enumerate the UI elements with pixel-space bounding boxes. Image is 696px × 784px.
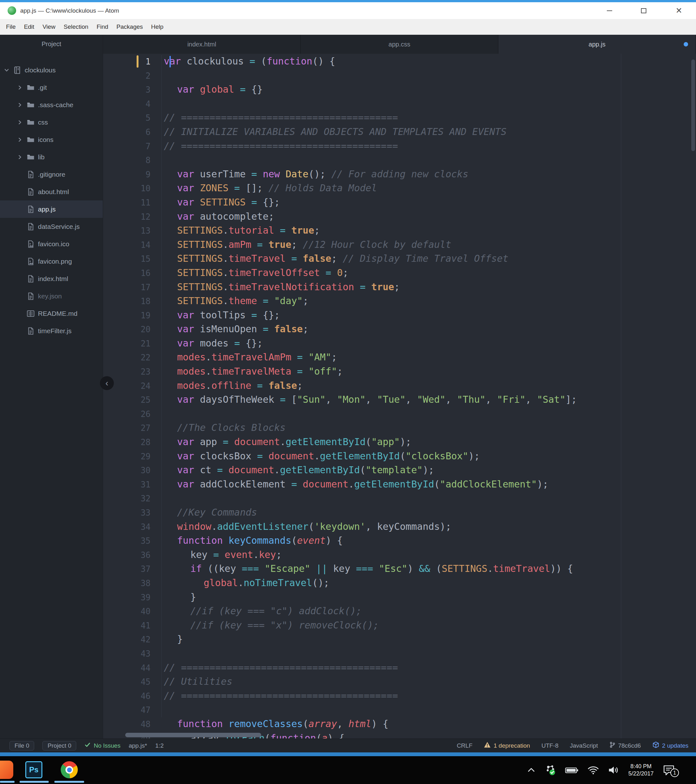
folder-icon [26,136,38,144]
window-bottom-accent [0,753,696,756]
status-utf-8[interactable]: UTF-8 [541,742,558,749]
repo-icon [13,66,25,74]
code-line-29: 29var clocksBox = document.getElementByI… [103,449,696,463]
line-number: 33 [103,506,150,520]
code-line-21: 21var modes = {}; [103,336,696,351]
clock[interactable]: 8:40 PM 5/22/2017 [628,763,654,777]
sidebar-item-gitignore[interactable]: .gitignore [0,166,103,183]
horizontal-scrollbar[interactable] [125,733,261,737]
status-project-0[interactable]: Project 0 [42,741,76,751]
tree-collapse-button[interactable]: ‹ [100,376,114,390]
status-javascript[interactable]: JavaScript [570,742,598,749]
folder-icon [26,101,38,109]
image-icon [26,240,38,248]
menu-help[interactable]: Help [147,23,168,30]
sidebar-item-readme-md[interactable]: README.md [0,305,103,322]
chevron-right-icon[interactable] [17,137,26,143]
sync-status-icon[interactable] [545,765,556,776]
minimize-button[interactable] [602,2,617,19]
status-1-2[interactable]: 1:2 [155,742,163,749]
sidebar-item-css[interactable]: css [0,114,103,131]
file-label: icons [38,136,53,143]
status-1-deprecation[interactable]: 1 deprecation [484,742,530,749]
code-line-text: var addClockElement = document.getElemen… [164,479,548,490]
file-label: .git [38,84,47,91]
photoshop-icon[interactable]: Ps [25,761,42,778]
menu-edit[interactable]: Edit [20,23,39,30]
line-number: 18 [103,294,150,308]
menu-view[interactable]: View [38,23,59,30]
line-number: 36 [103,548,150,562]
code-line-27: 27//The Clocks Blocks [103,421,696,435]
line-number: 6 [103,125,150,139]
file-label: about.html [38,188,69,196]
line-number: 9 [103,168,150,182]
orange-app-icon[interactable] [0,761,13,779]
vertical-scrollbar[interactable] [691,59,695,151]
status-2-updates[interactable]: 2 updates [652,741,688,750]
git-modified-marker [137,55,139,68]
chrome-icon[interactable] [61,761,78,778]
wifi-icon[interactable] [587,765,599,775]
tray-date: 5/22/2017 [628,770,654,777]
chevron-right-icon[interactable] [17,102,26,108]
code-line-text: //Key Commands [164,507,257,518]
code-line-1: 1var clockulous = (function() { [103,54,696,69]
status-78c6cd6[interactable]: 78c6cd6 [609,741,641,750]
image-icon [26,257,38,265]
chevron-right-icon[interactable] [17,85,26,91]
sidebar-item-favicon-png[interactable]: favicon.png [0,253,103,270]
sidebar-item-lib[interactable]: lib [0,148,103,166]
chevron-right-icon[interactable] [17,120,26,125]
code-line-text: key = event.key; [164,549,282,560]
sidebar-item-icons[interactable]: icons [0,131,103,148]
volume-icon[interactable] [608,765,620,775]
menu-packages[interactable]: Packages [112,23,147,30]
code-line-4: 4 [103,97,696,111]
code-line-text: //if (key === "c") addClock(); [164,605,362,616]
code-line-text: SETTINGS.amPm = true; //12 Hour Clock by… [164,239,451,250]
line-number: 26 [103,407,150,422]
tab-app-js[interactable]: app.js [498,35,696,54]
tab-index-html[interactable]: index.html [103,35,301,54]
tray-chevron-up-icon[interactable] [526,766,536,774]
status-label: No Issues [94,742,120,749]
sidebar-item-about-html[interactable]: about.html [0,183,103,201]
sidebar-item-sass-cache[interactable]: .sass-cache [0,96,103,114]
sidebar-item-clockulous[interactable]: clockulous [0,61,103,79]
status-crlf[interactable]: CRLF [457,742,472,749]
chevron-right-icon[interactable] [17,154,26,160]
sidebar-item-key-json[interactable]: key.json [0,287,103,305]
battery-icon[interactable] [565,765,578,775]
line-number: 34 [103,520,150,534]
menu-file[interactable]: File [2,23,20,30]
action-center-button[interactable]: 1 [663,764,675,776]
file-label: key.json [38,292,62,300]
sidebar-item-dataservice-js[interactable]: dataService.js [0,218,103,235]
status-file-0[interactable]: File 0 [10,741,34,751]
sidebar-item-app-js[interactable]: app.js [0,201,103,218]
tab-app-css[interactable]: app.css [301,35,498,54]
code-editor[interactable]: 1var clockulous = (function() {23var glo… [103,54,696,738]
check-icon [84,742,91,749]
close-button[interactable]: ✕ [672,2,686,19]
status-label: JavaScript [570,742,598,749]
status-no-issues[interactable]: No Issues [84,742,120,749]
code-line-3: 3var global = {} [103,82,696,97]
status-label: CRLF [457,742,472,749]
code-line-6: 6// INITIALIZE VARIABLES AND OBJECTS AND… [103,125,696,139]
running-indicator [54,781,84,783]
line-number: 25 [103,393,150,407]
menu-find[interactable]: Find [92,23,112,30]
sidebar-item-favicon-ico[interactable]: favicon.ico [0,235,103,253]
sidebar-item-git[interactable]: .git [0,79,103,96]
code-line-38: 38global.noTimeTravel(); [103,576,696,590]
sidebar-item-index-html[interactable]: index.html [0,270,103,287]
sidebar-item-timefilter-js[interactable]: timeFilter.js [0,322,103,339]
chevron-down-icon[interactable] [4,68,13,73]
maximize-button[interactable] [636,2,651,19]
line-number: 44 [103,661,150,675]
menu-selection[interactable]: Selection [59,23,92,30]
project-sidebar: Project clockulous.git.sass-cachecssicon… [0,35,103,738]
status-app-js[interactable]: app.js* [129,742,147,749]
